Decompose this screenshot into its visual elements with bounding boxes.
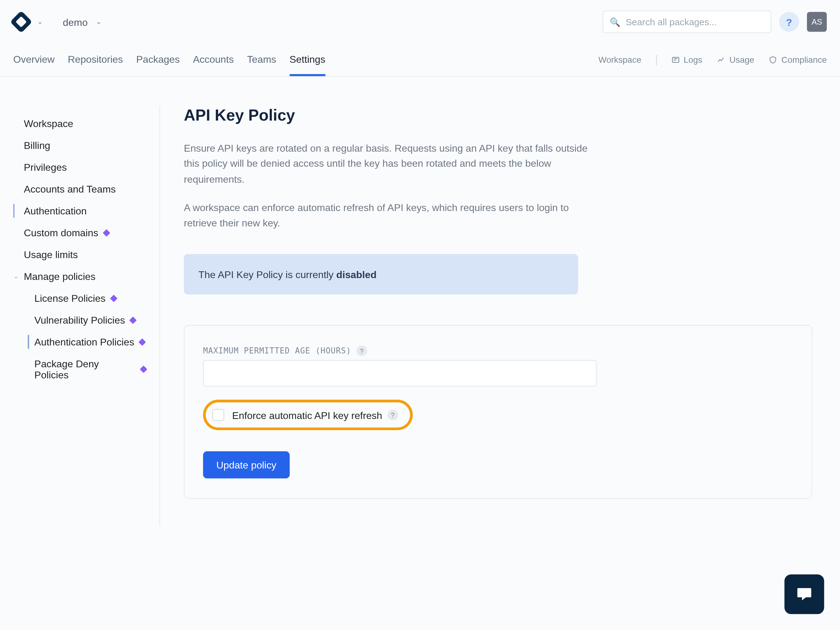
main-nav: Overview Repositories Packages Accounts … (0, 44, 840, 77)
separator (656, 54, 657, 65)
sidebar-authentication[interactable]: Authentication (24, 200, 146, 222)
search-icon: 🔍 (610, 17, 620, 27)
premium-icon (140, 366, 147, 373)
nav-overview[interactable]: Overview (13, 44, 54, 75)
premium-icon (129, 316, 136, 324)
sidebar-custom-domains[interactable]: Custom domains (24, 222, 146, 244)
page-title: API Key Policy (184, 106, 813, 124)
nav-packages[interactable]: Packages (136, 44, 180, 75)
nav-usage[interactable]: Usage (717, 55, 754, 65)
sidebar-license-policies[interactable]: License Policies (35, 287, 146, 309)
sidebar-usage-limits[interactable]: Usage limits (24, 244, 146, 266)
alert-status: disabled (336, 269, 377, 280)
search-placeholder: Search all packages... (626, 17, 717, 27)
status-alert: The API Key Policy is currently disabled (184, 255, 578, 295)
sidebar-authentication-policies[interactable]: Authentication Policies (35, 331, 146, 353)
chevron-down-icon: ⌄ (96, 19, 101, 25)
enforce-refresh-checkbox[interactable] (212, 409, 224, 421)
help-icon[interactable]: ? (357, 345, 367, 356)
topbar: ⌄ demo ⌄ 🔍 Search all packages... ? AS (0, 0, 840, 44)
sidebar-vulnerability-policies[interactable]: Vulnerability Policies (35, 309, 146, 331)
shield-icon (769, 56, 777, 64)
help-icon[interactable]: ? (387, 410, 398, 420)
logs-icon (671, 56, 680, 64)
workspace-label: demo (63, 16, 88, 28)
page-description-1: Ensure API keys are rotated on a regular… (184, 140, 589, 187)
nav-logs[interactable]: Logs (671, 55, 703, 65)
nav-settings[interactable]: Settings (289, 44, 325, 76)
workspace-dropdown[interactable]: demo ⌄ (63, 16, 101, 28)
page-description-2: A workspace can enforce automatic refres… (184, 199, 589, 230)
sidebar-package-deny-policies[interactable]: Package Deny Policies (35, 353, 146, 386)
max-age-label: MAXIMUM PERMITTED AGE (HOURS) ? (203, 345, 793, 356)
sidebar-billing[interactable]: Billing (24, 135, 146, 156)
max-age-input[interactable] (203, 360, 597, 387)
chart-icon (717, 56, 725, 64)
main-panel: API Key Policy Ensure API keys are rotat… (160, 106, 840, 526)
sidebar-workspace[interactable]: Workspace (24, 112, 146, 135)
settings-sidebar: Workspace Billing Privileges Accounts an… (0, 106, 160, 526)
premium-icon (103, 229, 110, 236)
nav-repositories[interactable]: Repositories (68, 44, 123, 75)
alert-text: The API Key Policy is currently (198, 269, 336, 280)
premium-icon (110, 294, 117, 302)
premium-icon (138, 338, 146, 345)
checkbox-label: Enforce automatic API key refresh (232, 410, 382, 421)
logo-group[interactable]: ⌄ (13, 14, 43, 30)
help-button[interactable]: ? (779, 12, 799, 32)
chat-button[interactable] (784, 574, 824, 614)
sidebar-manage-policies[interactable]: ⌄ Manage policies (13, 266, 146, 287)
sidebar-privileges[interactable]: Privileges (24, 156, 146, 178)
enforce-refresh-row[interactable]: Enforce automatic API key refresh ? (203, 400, 412, 431)
search-input[interactable]: 🔍 Search all packages... (603, 11, 771, 33)
nav-accounts[interactable]: Accounts (193, 44, 234, 75)
chevron-down-icon: ⌄ (13, 274, 19, 279)
chevron-down-icon: ⌄ (37, 19, 43, 25)
chat-icon (795, 585, 813, 603)
nav-compliance[interactable]: Compliance (769, 55, 827, 65)
policy-form: MAXIMUM PERMITTED AGE (HOURS) ? Enforce … (184, 325, 812, 499)
update-policy-button[interactable]: Update policy (203, 451, 290, 479)
logo-icon (10, 11, 32, 33)
workspace-indicator: Workspace (598, 55, 641, 65)
nav-teams[interactable]: Teams (247, 44, 276, 75)
sidebar-accounts-teams[interactable]: Accounts and Teams (24, 178, 146, 200)
avatar[interactable]: AS (807, 12, 827, 32)
